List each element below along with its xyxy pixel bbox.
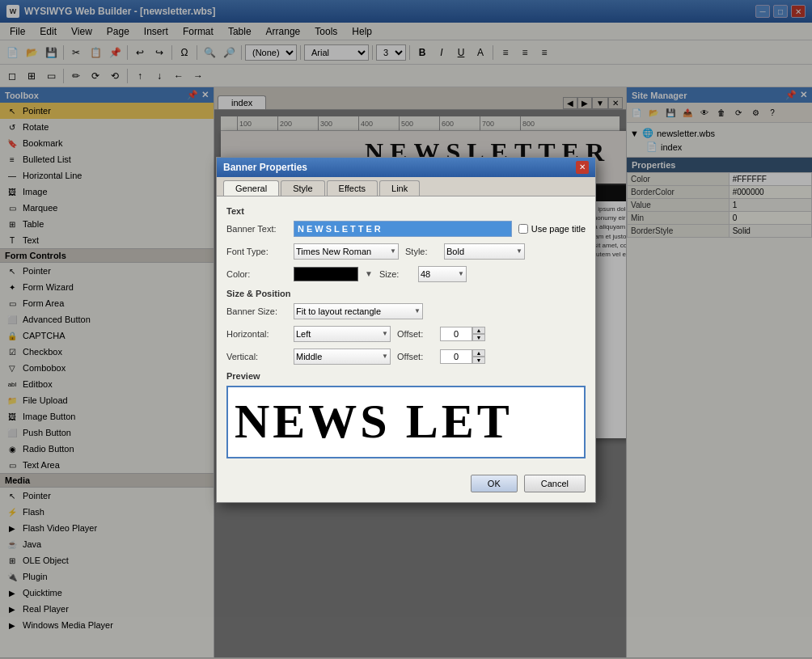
v-offset-spinner[interactable]: ▲ ▼	[440, 349, 485, 364]
preview-text: NEWS LET	[235, 394, 513, 450]
banner-text-input[interactable]	[294, 221, 512, 237]
h-offset-label: Offset:	[397, 329, 433, 339]
use-page-title-label: Use page title	[518, 224, 586, 234]
banner-text-label: Banner Text:	[226, 224, 287, 234]
dialog-footer: OK Cancel	[217, 475, 595, 502]
vertical-arrow: ▼	[382, 353, 388, 360]
font-type-value: Times New Roman	[296, 247, 371, 256]
h-offset-spinner[interactable]: ▲ ▼	[440, 327, 485, 341]
style-select[interactable]: Bold ▼	[444, 243, 525, 260]
color-dropdown-arrow[interactable]: ▼	[365, 269, 373, 278]
v-offset-up[interactable]: ▲	[472, 349, 485, 357]
h-offset-down[interactable]: ▼	[472, 334, 485, 341]
size-arrow: ▼	[458, 270, 464, 277]
h-offset-input[interactable]	[440, 327, 472, 341]
size-position-title: Size & Position	[226, 289, 586, 298]
size-value: 48	[421, 269, 430, 279]
dialog-tab-effects[interactable]: Effects	[327, 180, 378, 196]
horizontal-value: Left	[296, 329, 311, 339]
v-offset-label: Offset:	[397, 352, 433, 361]
vertical-row: Vertical: Middle ▼ Offset: ▲ ▼	[226, 349, 586, 365]
vertical-value: Middle	[296, 352, 322, 361]
cancel-button[interactable]: Cancel	[524, 475, 586, 492]
modal-overlay: Banner Properties ✕ General Style Effect…	[0, 0, 812, 659]
banner-size-select[interactable]: Fit to layout rectangle ▼	[294, 303, 423, 319]
color-row: Color: ▼ Size: 48 ▼	[226, 266, 586, 282]
banner-size-label: Banner Size:	[226, 306, 287, 316]
dialog-tabs: General Style Effects Link	[217, 177, 595, 196]
v-offset-down[interactable]: ▼	[472, 357, 485, 364]
vertical-select[interactable]: Middle ▼	[294, 349, 391, 365]
size-select[interactable]: 48 ▼	[418, 266, 467, 282]
style-arrow: ▼	[516, 247, 522, 255]
dialog-close-button[interactable]: ✕	[576, 161, 589, 174]
dialog-body: Text Banner Text: Use page title Font Ty…	[217, 196, 595, 475]
style-value: Bold	[446, 247, 464, 256]
size-label: Size:	[379, 269, 412, 279]
banner-text-row: Banner Text: Use page title	[226, 221, 586, 237]
dialog-tab-link[interactable]: Link	[379, 180, 420, 196]
dialog-tab-general[interactable]: General	[223, 180, 279, 196]
preview-area: NEWS LET	[226, 386, 586, 458]
font-type-arrow: ▼	[390, 247, 396, 255]
horizontal-arrow: ▼	[382, 330, 388, 337]
style-label: Style:	[405, 247, 438, 256]
font-type-row: Font Type: Times New Roman ▼ Style: Bold…	[226, 243, 586, 260]
dialog-title: Banner Properties	[223, 162, 307, 173]
color-swatch[interactable]	[294, 267, 358, 281]
use-page-title-checkbox[interactable]	[518, 224, 528, 234]
dialog-tab-style[interactable]: Style	[281, 180, 324, 196]
text-section-title: Text	[226, 206, 586, 216]
use-page-title-text: Use page title	[531, 224, 586, 234]
font-type-label: Font Type:	[226, 247, 287, 256]
horizontal-label: Horizontal:	[226, 329, 287, 339]
dialog-title-bar: Banner Properties ✕	[217, 158, 595, 177]
vertical-label: Vertical:	[226, 352, 287, 361]
banner-size-value: Fit to layout rectangle	[296, 306, 381, 316]
horizontal-select[interactable]: Left ▼	[294, 326, 391, 342]
banner-size-row: Banner Size: Fit to layout rectangle ▼	[226, 303, 586, 319]
preview-title: Preview	[226, 371, 586, 381]
font-type-select[interactable]: Times New Roman ▼	[294, 243, 399, 260]
h-offset-up[interactable]: ▲	[472, 327, 485, 334]
horizontal-row: Horizontal: Left ▼ Offset: ▲ ▼	[226, 326, 586, 342]
banner-properties-dialog: Banner Properties ✕ General Style Effect…	[216, 157, 596, 503]
ok-button[interactable]: OK	[471, 475, 518, 492]
banner-size-arrow: ▼	[414, 307, 421, 315]
color-label: Color:	[226, 269, 287, 279]
h-offset-spinner-btns: ▲ ▼	[472, 327, 485, 341]
v-offset-input[interactable]	[440, 349, 472, 364]
v-offset-spinner-btns: ▲ ▼	[472, 349, 485, 364]
